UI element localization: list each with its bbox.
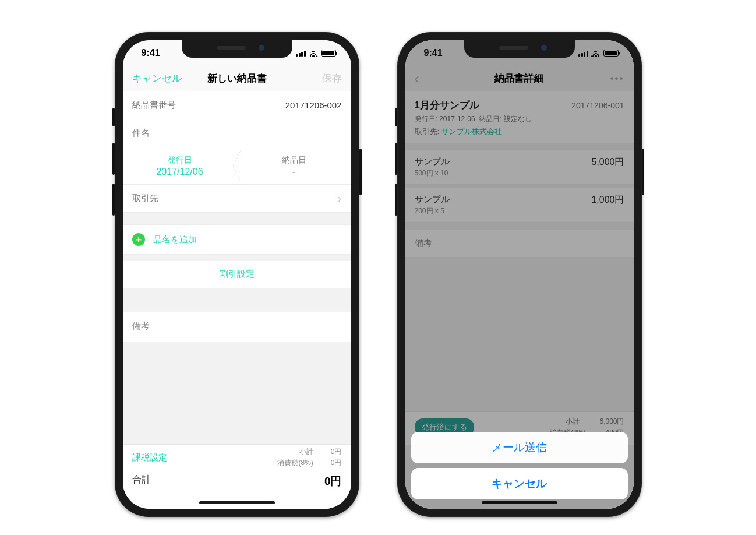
notch — [182, 40, 292, 58]
home-indicator[interactable] — [482, 501, 557, 504]
client-label: 取引先 — [132, 193, 158, 204]
navbar: キャンセル 新しい納品書 保存 — [123, 66, 351, 91]
wifi-icon — [309, 50, 318, 57]
send-mail-button[interactable]: メール送信 — [411, 432, 628, 463]
home-indicator[interactable] — [199, 501, 275, 504]
tax-settings-button[interactable]: 課税設定 — [132, 452, 167, 463]
total-label: 合計 — [132, 474, 151, 489]
plus-icon: ＋ — [132, 233, 145, 246]
subtotal-label: 小計 — [299, 447, 313, 457]
action-sheet: メール送信 キャンセル — [411, 432, 628, 499]
battery-icon — [321, 50, 336, 57]
issue-date-button[interactable]: 発行日 2017/12/06 — [123, 149, 237, 183]
add-item-label: 品名を追加 — [153, 234, 197, 245]
phone-frame-right: 9:41 ‹ 納品書詳細 ••• 1月分サンプル 20171206-001 — [397, 32, 642, 517]
subject-row[interactable]: 件名 — [123, 119, 351, 147]
delivery-date-label: 納品日 — [282, 155, 306, 166]
discount-button[interactable]: 割引設定 — [123, 261, 351, 288]
issue-date-value: 2017/12/06 — [156, 167, 203, 177]
doc-number-label: 納品書番号 — [132, 100, 176, 111]
status-time: 9:41 — [142, 48, 160, 58]
subtotal-value: 0円 — [331, 447, 342, 457]
add-item-button[interactable]: ＋ 品名を追加 — [123, 224, 351, 255]
doc-number-row[interactable]: 納品書番号 20171206-002 — [123, 91, 351, 119]
dates-row: 発行日 2017/12/06 納品日 - — [123, 147, 351, 185]
total-value: 0円 — [324, 474, 342, 489]
doc-number-value: 20171206-002 — [285, 100, 342, 110]
totals-footer: 課税設定 小計 0円 消費税(8%) 0円 — [123, 444, 351, 509]
signal-icon — [296, 50, 306, 57]
tax-value: 0円 — [331, 458, 342, 468]
cancel-button[interactable]: キャンセル — [132, 72, 182, 85]
delivery-date-button[interactable]: 納品日 - — [237, 149, 351, 183]
form-content: 納品書番号 20171206-002 件名 発行日 2017/12/06 納品日 — [123, 91, 351, 509]
delivery-date-value: - — [292, 167, 295, 177]
sheet-cancel-button[interactable]: キャンセル — [411, 468, 628, 499]
client-row[interactable]: 取引先 › — [123, 185, 351, 213]
save-button[interactable]: 保存 — [292, 72, 342, 85]
notch — [464, 40, 575, 58]
issue-date-label: 発行日 — [168, 155, 192, 166]
notes-field[interactable]: 備考 — [123, 312, 351, 342]
tax-label: 消費税(8%) — [277, 458, 313, 468]
subject-label: 件名 — [132, 128, 150, 139]
chevron-right-icon: › — [338, 192, 342, 205]
page-title: 新しい納品書 — [182, 72, 292, 85]
phone-frame-left: 9:41 キャンセル 新しい納品書 保存 納品書番号 20171206-002 — [115, 32, 359, 517]
